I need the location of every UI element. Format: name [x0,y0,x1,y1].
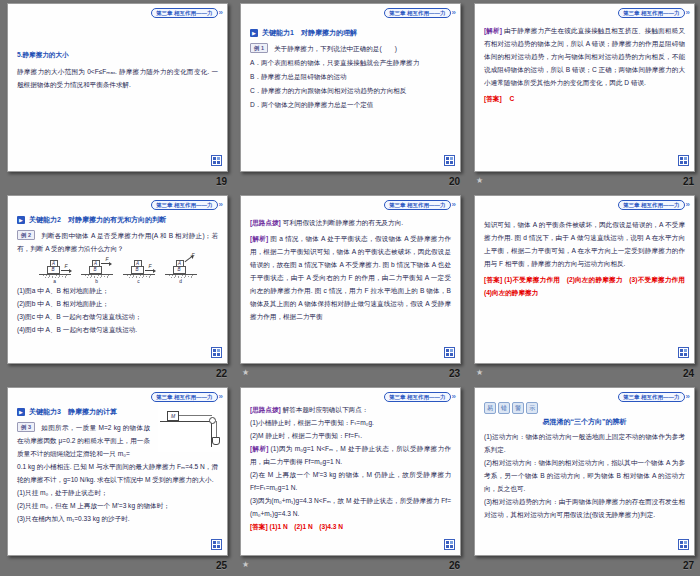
question-line: 例 2 判断各图中物体 A 是否受摩擦力作用(A 和 B 相对静止)；若有，判断… [17,229,218,255]
chevron-right-icon: » [219,9,223,17]
chapter-tab: 第三章 相互作用——力 » [151,200,223,210]
slide-footer: ★ 23 [240,364,462,382]
slide-footer: ★ 20 [240,172,462,190]
block-b-label: B [89,266,102,274]
force-arrow [145,270,153,271]
nav-grid-icon[interactable] [444,539,455,550]
rope-line [216,421,217,437]
question-line: 例 1 关于静摩擦力，下列说法中正确的是( ) [250,42,451,55]
chapter-tab-label: 第三章 相互作用——力 [384,8,451,18]
page-number: 25 [216,560,227,571]
slide-19[interactable]: 第三章 相互作用——力 » 5.静摩擦力的大小 静摩擦力的大小范围为 0<F≤F… [7,3,228,172]
transition-star-icon: ★ [242,368,249,378]
nav-grid-icon[interactable] [678,347,689,358]
chevron-right-icon: » [686,201,690,209]
chapter-tab: 第三章 相互作用——力 » [151,392,223,402]
slide-footer: ★ 21 [474,172,696,190]
slide-cell-26: 第三章 相互作用——力 » [思路点拨] 解答本题时应明确以下两点： (1)小桶… [233,384,467,576]
figure-caption: b [81,279,113,284]
option-c: C．静摩擦力的方向跟物体间相对运动趋势的方向相反 [250,84,451,97]
nav-grid-icon[interactable] [211,347,222,358]
tip-point-1: (1)小桶静止时，根据二力平衡知：Fₜ=m₀g. [250,416,451,429]
badge-char: 警 [512,402,524,414]
option-b: B．静摩擦力总是阻碍物体的运动 [250,70,451,83]
chapter-tab: 第三章 相互作用——力 » [384,392,456,402]
tip-line: [思路点拨] 可利用假设法判断静摩擦力的有无及方向. [250,216,451,229]
chevron-right-icon: » [219,201,223,209]
slide-20[interactable]: 第三章 相互作用——力 » ▶ 关键能力1 对静摩擦力的理解 例 1 关于静摩擦… [240,3,461,172]
force-label: F [106,256,109,262]
page-number: 23 [449,368,460,379]
nav-grid-icon[interactable] [678,539,689,550]
page-number: 27 [683,560,694,571]
heading-label: 关键能力1 对静摩擦力的理解 [262,28,357,38]
answer-label: [答案] [484,276,502,283]
pulley-icon [209,417,216,424]
item-1: (1)图a 中 A、B 相对地面静止； [17,284,218,297]
page-number: 21 [683,176,694,187]
slide-22[interactable]: 第三章 相互作用——力 » ▶ 关键能力2 对静摩擦力的有无和方向的判断 例 2… [7,195,228,364]
example-badge: 例 2 [17,230,35,240]
slide-21[interactable]: 第三章 相互作用——力 » [解析] 由于静摩擦力产生在彼此直接接触且相互挤压、… [474,3,695,172]
bucket-icon [212,437,220,445]
chevron-right-icon: » [452,201,456,209]
analysis-paragraph: [解析] 图 a 情况，物体 A 处于平衡状态，假设物体 A 受静摩擦力作用，根… [250,232,451,323]
answer-line: [答案] (1)1 N (2)1 N (3)4.3 N [250,520,451,533]
force-arrow [101,263,109,264]
ground-line [165,274,197,275]
page-number: 26 [449,560,460,571]
slide-footer: ★ 19 [7,172,229,190]
page-number: 19 [216,176,227,187]
slide-cell-22: 第三章 相互作用——力 » ▶ 关键能力2 对静摩擦力的有无和方向的判断 例 2… [0,192,233,384]
body-text: 静摩擦力的大小范围为 0<F≤Fₘₐₓ. 静摩擦力随外力的变化而变化. 一般根据… [17,65,218,91]
slide-25[interactable]: 第三章 相互作用——力 » M ▶ 关键能力3 静摩擦力的计算 例 3 [7,387,228,556]
slide-26[interactable]: 第三章 相互作用——力 » [思路点拨] 解答本题时应明确以下两点： (1)小桶… [240,387,461,556]
force-arrow [61,270,69,271]
tip-text: 解答本题时应明确以下两点： [283,406,369,413]
slide-27[interactable]: 第三章 相互作用——力 » 易 错 警 示 易混淆的“三个方向”的辨析 (1)运… [474,387,695,556]
nav-grid-icon[interactable] [444,347,455,358]
nav-grid-icon[interactable] [211,155,222,166]
slide-footer: ★ 27 [474,556,696,574]
slide-footer: ★ 26 [240,556,462,574]
chapter-tab: 第三章 相互作用——力 » [384,8,456,18]
body-text: 知识可知，物体 A 的平衡条件被破坏，因此假设是错误的，A 不受摩擦力作用. 图… [484,218,685,270]
force-label: F [65,263,68,269]
chapter-tab-label: 第三章 相互作用——力 [384,392,451,402]
example-badge: 例 1 [250,43,268,53]
tip-label: [思路点拨] [250,406,281,413]
heading-label: 关键能力3 静摩擦力的计算 [29,407,117,417]
item-4: (4)图d 中 A、B 一起向右做匀速直线运动. [17,323,218,336]
nav-grid-icon[interactable] [211,539,222,550]
slide-cell-19: 第三章 相互作用——力 » 5.静摩擦力的大小 静摩擦力的大小范围为 0<F≤F… [0,0,233,192]
note-paragraph-2: (2)相对运动方向：物体间的相对运动方向，指以其中一个物体 A 为参考系，另一个… [484,456,685,495]
analysis-paragraph: [解析] 由于静摩擦力产生在彼此直接接触且相互挤压、接触面粗糙又有相对运动趋势的… [484,24,685,89]
transition-star-icon: ★ [476,368,483,378]
slide-footer: ★ 22 [7,364,229,382]
chevron-right-icon: » [452,393,456,401]
chevron-right-icon: » [686,9,690,17]
figure-caption: d [165,279,197,284]
figure-caption: a [39,279,71,284]
slide-footer: ★ 24 [474,364,696,382]
play-icon: ▶ [17,408,25,416]
option-a: A．两个表面粗糙的物体，只要直接接触就会产生静摩擦力 [250,56,451,69]
answer-label: [答案] [484,95,502,102]
nav-grid-icon[interactable] [678,155,689,166]
analysis-text: 由于静摩擦力产生在彼此直接接触且相互挤压、接触面粗糙又有相对运动趋势的物体之间，… [484,27,685,86]
block-b-label: B [173,266,186,274]
slide-cell-20: 第三章 相互作用——力 » ▶ 关键能力1 对静摩擦力的理解 例 1 关于静摩擦… [233,0,467,192]
chapter-tab-label: 第三章 相互作用——力 [618,8,685,18]
ground-line [123,274,155,275]
transition-star-icon: ★ [242,560,249,570]
heading-label: 关键能力2 对静摩擦力的有无和方向的判断 [29,215,166,225]
key-ability-heading: ▶ 关键能力1 对静摩擦力的理解 [250,28,451,38]
slide-24[interactable]: 第三章 相互作用——力 » 知识可知，物体 A 的平衡条件被破坏，因此假设是错误… [474,195,695,364]
nav-grid-icon[interactable] [444,155,455,166]
badge-char: 易 [484,402,496,414]
slide-cell-27: 第三章 相互作用——力 » 易 错 警 示 易混淆的“三个方向”的辨析 (1)运… [467,384,700,576]
tip-text: 可利用假设法判断静摩擦力的有无及方向. [283,219,404,226]
chapter-tab: 第三章 相互作用——力 » [151,8,223,18]
chapter-tab: 第三章 相互作用——力 » [618,8,690,18]
slide-23[interactable]: 第三章 相互作用——力 » [思路点拨] 可利用假设法判断静摩擦力的有无及方向.… [240,195,461,364]
